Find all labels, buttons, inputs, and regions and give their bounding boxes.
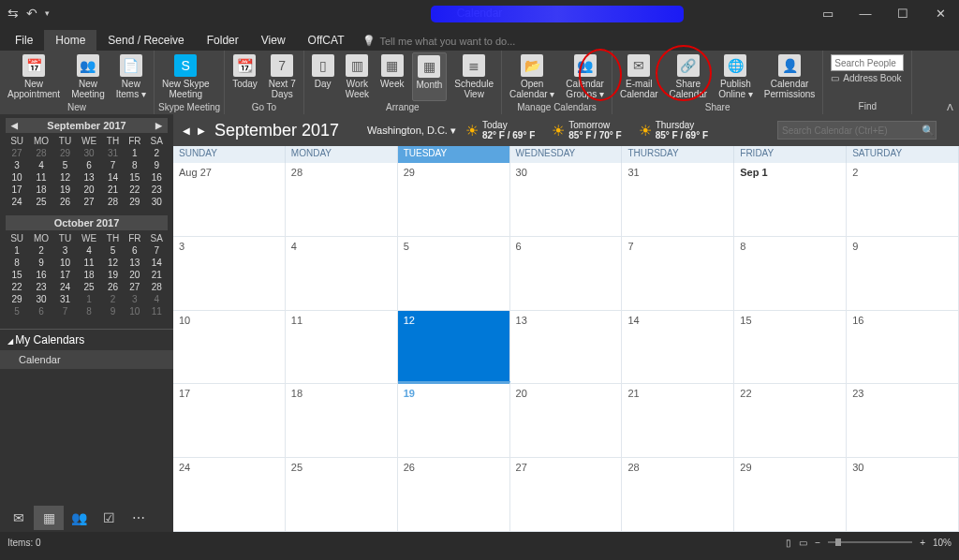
minical-day[interactable]: 28	[146, 281, 168, 293]
cal-prev-icon[interactable]: ◀	[183, 125, 190, 136]
tab-folder[interactable]: Folder	[196, 30, 250, 51]
calendar-cell[interactable]: 9	[847, 237, 959, 311]
search-icon[interactable]: 🔍	[922, 125, 935, 136]
tab-home[interactable]: Home	[44, 30, 96, 51]
qat-send-receive-icon[interactable]: ⇆	[7, 6, 19, 21]
calendar-cell[interactable]: 2	[847, 163, 959, 237]
calendar-cell[interactable]: Aug 27	[173, 163, 286, 237]
minical-day[interactable]: 22	[124, 184, 145, 196]
minical-day[interactable]: 8	[6, 257, 28, 269]
minical-day[interactable]: 13	[124, 257, 145, 269]
qat-customize-icon[interactable]: ▾	[45, 8, 50, 18]
minical-day[interactable]: 25	[28, 196, 54, 208]
minical-day[interactable]: 14	[146, 257, 168, 269]
minical-day[interactable]: 12	[54, 171, 76, 184]
calendar-cell[interactable]: 28	[622, 458, 734, 532]
minical-day[interactable]: 27	[76, 196, 102, 208]
tab-send-receive[interactable]: Send / Receive	[96, 30, 195, 51]
minical-day[interactable]: 9	[28, 257, 54, 269]
calendar-cell[interactable]: 29	[734, 458, 847, 532]
calendar-cell[interactable]: 25	[286, 458, 398, 532]
calendar-cell[interactable]: 7	[622, 237, 734, 311]
minical-day[interactable]: 6	[124, 244, 145, 257]
new-meeting-button[interactable]: 👥NewMeeting	[67, 52, 109, 101]
minical-day[interactable]: 30	[146, 196, 168, 208]
minical-day[interactable]: 4	[76, 244, 102, 257]
minical-day[interactable]: 6	[76, 159, 102, 171]
calendar-cell[interactable]: 15	[734, 311, 847, 385]
qat-undo-icon[interactable]: ↶	[26, 6, 37, 21]
minical-day[interactable]: 2	[146, 147, 168, 159]
calendar-cell[interactable]: 10	[173, 311, 286, 385]
minical-day[interactable]: 10	[6, 171, 28, 184]
view-reading-icon[interactable]: ▭	[799, 538, 807, 548]
email-calendar-button[interactable]: ✉E-mailCalendar	[616, 52, 662, 101]
minical-day[interactable]: 27	[124, 281, 145, 293]
calendar-cell[interactable]: 14	[622, 311, 734, 385]
today-button[interactable]: 📆Today	[229, 52, 261, 101]
minical-day[interactable]: 30	[28, 293, 54, 305]
calendar-cell[interactable]: 6	[510, 237, 623, 311]
minical-day[interactable]: 28	[102, 196, 124, 208]
calendar-cell[interactable]: 30	[847, 458, 959, 532]
minical-day[interactable]: 25	[76, 281, 102, 293]
publish-online-button[interactable]: 🌐PublishOnline ▾	[715, 52, 757, 101]
maximize-icon[interactable]: ☐	[884, 0, 922, 26]
minical-day[interactable]: 5	[6, 305, 28, 317]
minical-day[interactable]: 19	[54, 184, 76, 196]
minical-day[interactable]: 21	[146, 269, 168, 281]
minical-day[interactable]: 20	[76, 184, 102, 196]
nav-mail-icon[interactable]: ✉	[4, 506, 34, 530]
tell-me-search[interactable]: Tell me what you want to do...	[355, 31, 523, 51]
minical-day[interactable]: 23	[28, 281, 54, 293]
minical-day[interactable]: 1	[124, 147, 145, 159]
calendar-cell[interactable]: 23	[847, 384, 959, 458]
calendar-cell[interactable]: 5	[398, 237, 510, 311]
close-icon[interactable]: ✕	[922, 0, 959, 26]
minical-day[interactable]: 6	[28, 305, 54, 317]
minical-day[interactable]: 5	[54, 159, 76, 171]
minical-day[interactable]: 20	[124, 269, 145, 281]
minical-day[interactable]: 15	[6, 269, 28, 281]
minical-day[interactable]: 12	[102, 257, 124, 269]
nav-people-icon[interactable]: 👥	[64, 506, 94, 530]
nav-tasks-icon[interactable]: ☑	[94, 506, 124, 530]
calendar-cell[interactable]: 20	[510, 384, 623, 458]
calendar-cell[interactable]: 11	[286, 311, 398, 385]
minical-day[interactable]: 9	[146, 159, 168, 171]
day-view-button[interactable]: ▯Day	[308, 52, 338, 101]
minical-day[interactable]: 16	[28, 269, 54, 281]
minical-day[interactable]: 31	[102, 147, 124, 159]
calendar-cell[interactable]: 26	[398, 458, 510, 532]
minical-day[interactable]: 10	[54, 257, 76, 269]
work-week-button[interactable]: ▥WorkWeek	[342, 52, 373, 101]
nav-more-icon[interactable]: ⋯	[124, 506, 154, 530]
minical-day[interactable]: 8	[124, 159, 145, 171]
minical-day[interactable]: 15	[124, 171, 145, 184]
minical-day[interactable]: 11	[28, 171, 54, 184]
minical-day[interactable]: 21	[102, 184, 124, 196]
ribbon-display-icon[interactable]: ▭	[809, 0, 847, 26]
share-calendar-button[interactable]: 🔗ShareCalendar	[666, 52, 712, 101]
my-calendars-header[interactable]: My Calendars	[0, 330, 173, 350]
new-appointment-button[interactable]: 📅NewAppointment	[4, 52, 64, 101]
minical-day[interactable]: 7	[146, 244, 168, 257]
zoom-in-icon[interactable]: +	[920, 538, 925, 548]
calendar-cell[interactable]: 13	[510, 311, 623, 385]
tab-view[interactable]: View	[250, 30, 297, 51]
address-book-button[interactable]: Address Book	[831, 73, 904, 83]
minical-day[interactable]: 8	[76, 305, 102, 317]
calendar-groups-button[interactable]: 👥CalendarGroups ▾	[562, 52, 608, 101]
minical-day[interactable]: 17	[6, 184, 28, 196]
minical-day[interactable]: 18	[28, 184, 54, 196]
calendar-cell[interactable]: 12	[398, 311, 510, 385]
minical-day[interactable]: 18	[76, 269, 102, 281]
minical-day[interactable]: 22	[6, 281, 28, 293]
minical-day[interactable]: 28	[28, 147, 54, 159]
collapse-ribbon-icon[interactable]: ᐱ	[947, 102, 953, 112]
calendar-cell[interactable]: 31	[622, 163, 734, 237]
minical-prev-icon[interactable]: ◀	[11, 121, 18, 130]
minical-day[interactable]: 11	[146, 305, 168, 317]
minical-day[interactable]: 2	[102, 293, 124, 305]
search-people-input[interactable]	[831, 54, 904, 71]
